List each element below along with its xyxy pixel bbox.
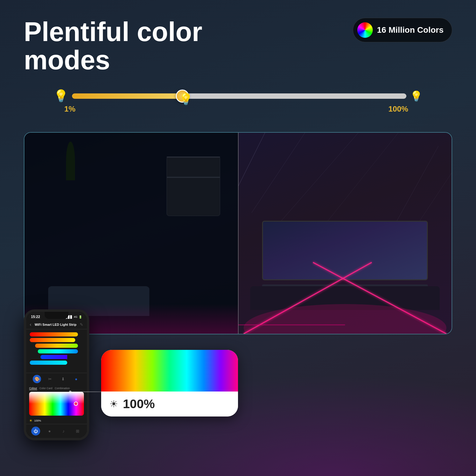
color-wheel-icon — [357, 22, 373, 38]
color-card-brightness-text: 100% — [123, 397, 155, 411]
brightness-icon: ☀ — [29, 419, 32, 423]
tab-color-card[interactable]: Color Card — [40, 387, 53, 390]
phone-brightness-row: ☀ 100% — [26, 417, 87, 424]
color-card-inner: ☀ 100% — [101, 350, 238, 416]
shelf-line2 — [167, 177, 220, 178]
phone-notch — [45, 312, 68, 319]
color-tabs: Colour Color Card Combination — [29, 387, 84, 390]
mode-tab-music[interactable]: ✂ — [46, 375, 54, 383]
slider-label-100: 100% — [389, 104, 408, 114]
brightness-slider[interactable]: 💡 — [72, 93, 406, 99]
phone-time: 15:22 — [31, 315, 40, 319]
nav-grid[interactable]: ⊞ — [73, 427, 82, 436]
phone-frame: 15:22 ▊▊▊ 4G 🔋 ‹ WiFi Smart LED Light St… — [24, 309, 89, 440]
connection-dot — [69, 391, 71, 393]
led-row-6 — [30, 361, 67, 365]
phone-led-display — [26, 329, 87, 373]
svg-point-9 — [243, 304, 446, 334]
led-row-3 — [35, 344, 78, 348]
slider-label-1: 1% — [64, 104, 76, 114]
phone-app-title: WiFi Smart LED Light Strip — [35, 323, 76, 326]
page-title: Plentiful color modes — [24, 18, 256, 74]
bulb-high-icon: 💡 — [410, 90, 422, 102]
color-gradient-bar — [101, 350, 238, 392]
tab-combination[interactable]: Combination — [55, 387, 70, 390]
phone-color-section: Colour Color Card Combination — [26, 385, 87, 417]
shelf-dark — [167, 156, 220, 216]
panel-divider — [238, 133, 239, 334]
color-card-popup: ☀ 100% — [101, 350, 238, 416]
badge-text: 16 Million Colors — [377, 25, 444, 35]
phone-mode-tabs: 🎨 ✂ ⬇ ● — [26, 373, 87, 385]
nav-power[interactable]: ⏻ — [31, 427, 40, 436]
led-row-1 — [30, 332, 78, 336]
brightness-sun-large-icon: ☀ — [109, 398, 118, 410]
phone-screen: 15:22 ▊▊▊ 4G 🔋 ‹ WiFi Smart LED Light St… — [26, 312, 87, 438]
color-badge: 16 Million Colors — [353, 18, 452, 42]
main-panel — [24, 132, 452, 334]
phone-nav-bar: ⏻ ● ♪ ⊞ — [26, 424, 87, 438]
mode-tab-paint[interactable]: 🎨 — [33, 375, 41, 383]
connection-line — [71, 392, 103, 392]
plant-dark — [66, 142, 75, 180]
led-row-5 — [40, 355, 67, 359]
svg-line-0 — [238, 133, 265, 186]
shelf-line — [167, 156, 220, 158]
color-picker[interactable] — [29, 392, 84, 416]
brightness-slider-row: 💡 💡 💡 — [54, 89, 422, 103]
phone-mockup-section: 15:22 ▊▊▊ 4G 🔋 ‹ WiFi Smart LED Light St… — [24, 309, 89, 440]
phone-brightness-value: 100% — [34, 419, 41, 422]
nav-music[interactable]: ♪ — [59, 427, 68, 436]
led-strip-visual — [30, 332, 83, 365]
phone-battery-icon: 🔋 — [79, 315, 82, 319]
bulb-mid-icon: 💡 — [179, 93, 193, 106]
room-dark — [24, 133, 238, 334]
tab-colour[interactable]: Colour — [29, 387, 37, 390]
nav-white[interactable]: ● — [45, 427, 54, 436]
couch-back-dark — [48, 287, 149, 295]
led-x-pattern — [238, 233, 452, 334]
header: Plentiful color modes 16 Million Colors — [24, 18, 452, 74]
led-row-2 — [30, 338, 75, 342]
color-card-brightness-row: ☀ 100% — [101, 392, 238, 416]
mode-tab-settings[interactable]: ● — [72, 375, 80, 383]
phone-edit-button[interactable]: ✎ — [80, 322, 83, 327]
led-row-4 — [38, 349, 78, 353]
svg-line-1 — [251, 133, 305, 213]
mode-tab-download[interactable]: ⬇ — [59, 375, 67, 383]
brightness-section: 💡 💡 💡 1% 100% — [24, 89, 452, 117]
color-picker-cursor — [74, 402, 78, 406]
room-lit — [238, 133, 452, 334]
page-wrapper: Plentiful color modes 16 Million Colors … — [0, 0, 476, 476]
phone-app-header: ‹ WiFi Smart LED Light Strip ✎ — [26, 321, 87, 329]
bulb-low-icon: 💡 — [54, 89, 68, 103]
phone-back-button[interactable]: ‹ — [30, 322, 31, 327]
phone-4g-icon: 4G — [74, 315, 77, 318]
